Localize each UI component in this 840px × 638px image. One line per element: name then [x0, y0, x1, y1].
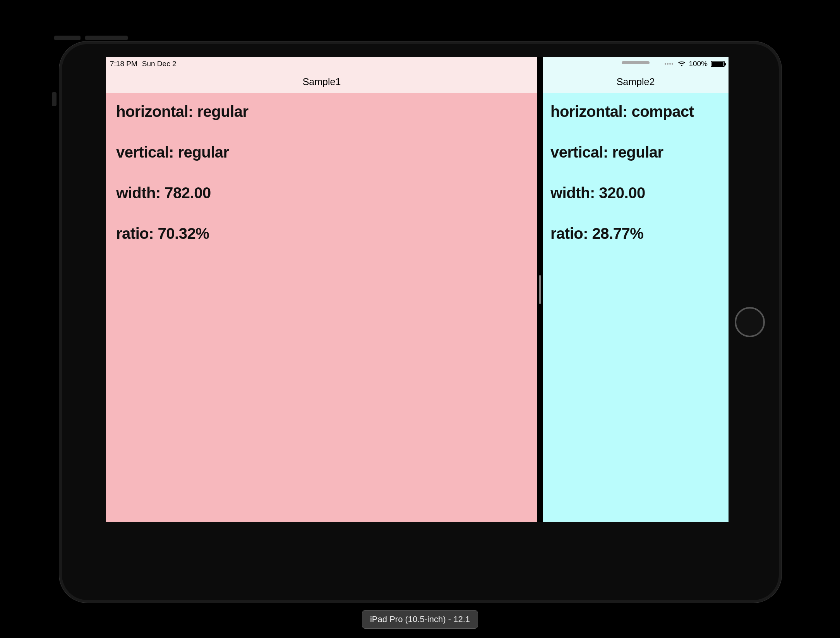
split-view-divider[interactable]	[537, 57, 543, 522]
cellular-icon	[665, 63, 673, 65]
status-time: 7:18 PM	[110, 60, 137, 68]
metric-vertical: vertical: regular	[116, 144, 527, 161]
status-bar-left: 7:18 PM Sun Dec 2	[110, 60, 177, 68]
pane-right: 100% Sample2 horizontal: compact vertica…	[543, 57, 729, 522]
metric-width: width: 320.00	[550, 184, 721, 202]
battery-icon	[711, 61, 725, 67]
navbar-right: 100% Sample2	[543, 57, 729, 93]
content-left: horizontal: regular vertical: regular wi…	[106, 93, 537, 522]
pane-left: 7:18 PM Sun Dec 2 Sample1 horizontal: re…	[106, 57, 537, 522]
metric-vertical: vertical: regular	[550, 144, 721, 161]
metric-horizontal: horizontal: regular	[116, 103, 527, 120]
metric-ratio: ratio: 70.32%	[116, 225, 527, 242]
metric-ratio: ratio: 28.77%	[550, 225, 721, 242]
status-date: Sun Dec 2	[142, 60, 177, 68]
battery-percentage: 100%	[689, 60, 708, 68]
status-bar-right: 100%	[665, 60, 725, 68]
navbar-title-left: Sample1	[303, 76, 341, 87]
home-button[interactable]	[735, 307, 765, 337]
content-right: horizontal: compact vertical: regular wi…	[543, 93, 729, 522]
navbar-title-right: Sample2	[617, 76, 655, 87]
device-button	[85, 36, 128, 40]
device-button	[54, 36, 81, 40]
device-button	[52, 92, 57, 106]
metric-width: width: 782.00	[116, 184, 527, 202]
simulator-window: 7:18 PM Sun Dec 2 Sample1 horizontal: re…	[0, 0, 840, 638]
ipad-screen: 7:18 PM Sun Dec 2 Sample1 horizontal: re…	[106, 57, 729, 522]
metric-horizontal: horizontal: compact	[550, 103, 721, 120]
ipad-device-frame: 7:18 PM Sun Dec 2 Sample1 horizontal: re…	[59, 41, 782, 603]
navbar-left: 7:18 PM Sun Dec 2 Sample1	[106, 57, 537, 93]
wifi-icon	[678, 61, 686, 67]
simulator-caption: iPad Pro (10.5-inch) - 12.1	[362, 610, 478, 629]
slide-over-grabber[interactable]	[622, 61, 650, 64]
split-view: 7:18 PM Sun Dec 2 Sample1 horizontal: re…	[106, 57, 729, 522]
